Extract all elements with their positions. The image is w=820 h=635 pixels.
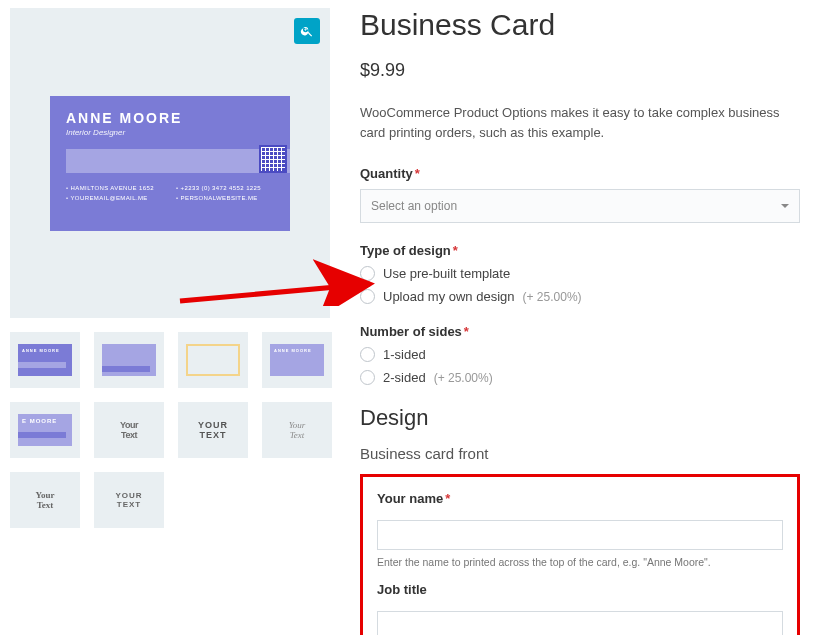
thumbnail[interactable]: Your Text — [10, 472, 80, 528]
job-title-input[interactable] — [377, 611, 783, 635]
zoom-button[interactable] — [294, 18, 320, 44]
radio-1sided[interactable]: 1-sided — [360, 347, 800, 362]
card-contact-email: YOUREMAIL@EMAIL.ME — [66, 195, 164, 201]
radio-upload-own[interactable]: Upload my own design (+ 25.00%) — [360, 289, 800, 304]
radio-use-prebuilt[interactable]: Use pre-built template — [360, 266, 800, 281]
product-price: $9.99 — [360, 60, 800, 81]
card-preview-title: Interior Designer — [66, 128, 274, 137]
thumbnail[interactable]: Your Text — [94, 402, 164, 458]
thumbnail[interactable] — [94, 332, 164, 388]
front-subsection-heading: Business card front — [360, 445, 800, 462]
design-section-heading: Design — [360, 405, 800, 431]
card-preview-name: ANNE MOORE — [66, 110, 274, 126]
your-name-input[interactable] — [377, 520, 783, 550]
your-name-label: Your name* — [377, 491, 783, 506]
radio-2sided[interactable]: 2-sided (+ 25.00%) — [360, 370, 800, 385]
product-description: WooCommerce Product Options makes it eas… — [360, 103, 800, 142]
thumbnail[interactable]: Your Text — [262, 402, 332, 458]
design-type-label: Type of design* — [360, 243, 800, 258]
thumbnail[interactable]: ANNE MOORE — [10, 332, 80, 388]
card-preview: ANNE MOORE Interior Designer HAMILTONS A… — [50, 96, 290, 231]
thumbnail-grid: ANNE MOORE ANNE MOORE E MOORE Your Text … — [10, 332, 330, 528]
qr-icon — [259, 145, 287, 173]
thumbnail[interactable] — [178, 332, 248, 388]
card-contact-site: PERSONALWEBSITE.ME — [176, 195, 274, 201]
thumbnail[interactable]: YOUR TEXT — [94, 472, 164, 528]
card-contact-phone: +2233 (0) 3472 4552 1225 — [176, 185, 274, 191]
product-title: Business Card — [360, 8, 800, 42]
product-main-image[interactable]: ANNE MOORE Interior Designer HAMILTONS A… — [10, 8, 330, 318]
highlighted-form-area: Your name* Enter the name to printed acr… — [360, 474, 800, 635]
radio-icon — [360, 347, 375, 362]
card-preview-contacts: HAMILTONS AVENUE 1652 +2233 (0) 3472 455… — [66, 185, 274, 201]
required-marker: * — [415, 166, 420, 181]
thumbnail[interactable]: Your text — [178, 402, 248, 458]
thumbnail[interactable]: ANNE MOORE — [262, 332, 332, 388]
quantity-select[interactable]: Select an option — [360, 189, 800, 223]
your-name-hint: Enter the name to printed across the top… — [377, 556, 783, 568]
sides-label: Number of sides* — [360, 324, 800, 339]
card-contact-address: HAMILTONS AVENUE 1652 — [66, 185, 164, 191]
magnify-plus-icon — [300, 24, 314, 38]
radio-icon — [360, 266, 375, 281]
radio-icon — [360, 289, 375, 304]
job-title-label: Job title — [377, 582, 783, 597]
quantity-label: Quantity* — [360, 166, 800, 181]
thumbnail[interactable]: E MOORE — [10, 402, 80, 458]
radio-icon — [360, 370, 375, 385]
